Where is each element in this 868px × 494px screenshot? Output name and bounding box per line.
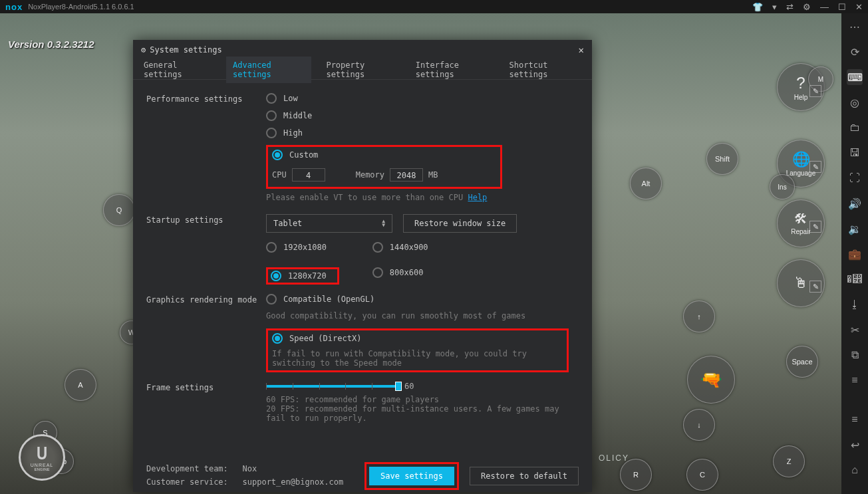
- close-icon[interactable]: ✕: [855, 2, 863, 12]
- restore-default-button[interactable]: Restore to default: [470, 467, 579, 485]
- radio-speed[interactable]: [272, 333, 283, 344]
- fps-value: 60: [404, 382, 414, 391]
- vt-hint: Please enable VT to use more than one CP…: [266, 193, 468, 202]
- device-select[interactable]: Tablet ▲▼: [266, 214, 392, 233]
- maximize-icon[interactable]: ☐: [838, 2, 846, 12]
- fps-slider[interactable]: [266, 385, 399, 388]
- gear-icon: [141, 45, 146, 55]
- settings-tabs: General settings Advanced settings Prope…: [133, 60, 592, 80]
- edit-repair-icon[interactable]: ✎: [809, 221, 821, 233]
- fps-hint-2: 20 FPS: recommended for multi-instance u…: [266, 404, 579, 423]
- tab-interface[interactable]: Interface settings: [413, 57, 495, 83]
- recents-icon[interactable]: ≡: [847, 412, 863, 428]
- radio-compat[interactable]: [266, 294, 277, 305]
- save-button[interactable]: Save settings: [369, 467, 454, 485]
- tab-advanced[interactable]: Advanced settings: [226, 57, 311, 83]
- key-space[interactable]: Space: [786, 346, 818, 378]
- tab-property[interactable]: Property settings: [323, 57, 400, 83]
- radio-custom-label: Custom: [289, 150, 318, 160]
- menu-icon[interactable]: ≡: [847, 372, 863, 388]
- scissors-icon[interactable]: ✂: [847, 322, 863, 338]
- policy-text: OLICY: [599, 453, 629, 463]
- team-value: Nox: [243, 464, 257, 473]
- compat-hint: Good compatibility, you can run smoothly…: [266, 311, 579, 320]
- speed-hint: If fail to run with Compatibility mode, …: [272, 349, 563, 368]
- radio-custom[interactable]: [272, 150, 283, 160]
- download-icon[interactable]: ⭳: [847, 297, 863, 312]
- dialog-footer: Development team: Nox Customer service: …: [133, 459, 592, 492]
- radio-middle[interactable]: [266, 110, 277, 121]
- tab-general[interactable]: General settings: [141, 57, 214, 83]
- system-settings-dialog: System settings ✕ General settings Advan…: [133, 40, 592, 492]
- emulator-viewport: Version 0.3.2.3212 Q W A S Tab U UNREAL …: [0, 13, 841, 494]
- rotate-icon[interactable]: ⟳: [847, 44, 863, 60]
- radio-low-label: Low: [283, 94, 298, 103]
- gun-action[interactable]: 🔫: [687, 356, 735, 404]
- briefcase-icon[interactable]: 💼: [847, 246, 863, 262]
- radio-1440[interactable]: [372, 242, 383, 253]
- radio-low[interactable]: [266, 93, 277, 104]
- team-label: Development team:: [146, 464, 228, 473]
- edit-mouse-icon[interactable]: ✎: [809, 281, 821, 293]
- edit-lang-icon[interactable]: ✎: [809, 161, 821, 173]
- app-logo: nox: [5, 2, 23, 12]
- volume-down-icon[interactable]: 🔉: [847, 221, 863, 237]
- unreal-logo: U UNREAL ENGINE: [19, 434, 65, 481]
- key-z[interactable]: Z: [773, 445, 805, 477]
- dialog-close-button[interactable]: ✕: [579, 45, 584, 55]
- key-ins[interactable]: Ins: [770, 174, 795, 199]
- cpu-input[interactable]: 4: [292, 168, 325, 182]
- radio-compat-label: Compatible (OpenGL): [283, 295, 374, 304]
- key-a[interactable]: A: [65, 369, 96, 401]
- minimize-icon[interactable]: —: [820, 2, 829, 12]
- radio-800[interactable]: [372, 267, 383, 278]
- sync-icon[interactable]: ⇄: [786, 2, 794, 12]
- home-icon[interactable]: ⌂: [847, 462, 863, 478]
- game-version: Version 0.3.2.3212: [8, 39, 94, 50]
- radio-1920-label: 1920x1080: [283, 243, 327, 252]
- key-alt[interactable]: Alt: [630, 168, 662, 199]
- edit-help-icon[interactable]: ✎: [809, 85, 821, 97]
- service-value: support_en@bignox.com: [243, 477, 344, 487]
- save-icon[interactable]: 🖫: [847, 145, 863, 161]
- startup-label: Startup settings: [146, 214, 266, 225]
- key-arrow-down[interactable]: ↓: [683, 409, 715, 441]
- radio-1280[interactable]: [271, 271, 281, 281]
- key-c[interactable]: C: [686, 459, 718, 491]
- chevron-down-icon[interactable]: ▾: [772, 2, 777, 12]
- apk-icon[interactable]: �⵾: [847, 271, 863, 287]
- more-icon[interactable]: ⋯: [847, 19, 863, 35]
- cpu-label: CPU: [272, 170, 287, 180]
- radio-1920[interactable]: [266, 242, 277, 253]
- dialog-title: System settings: [150, 45, 221, 55]
- tab-shortcut[interactable]: Shortcut settings: [507, 57, 584, 83]
- key-r[interactable]: R: [620, 459, 652, 491]
- vt-help-link[interactable]: Help: [468, 193, 487, 202]
- multi-window-icon[interactable]: ⧉: [847, 347, 863, 363]
- memory-label: Memory: [356, 170, 384, 180]
- folder-icon[interactable]: 🗀: [847, 120, 863, 136]
- gear-icon[interactable]: ⚙: [803, 2, 811, 12]
- radio-high[interactable]: [266, 128, 277, 138]
- key-q[interactable]: Q: [103, 194, 135, 226]
- radio-1280-label: 1280x720: [288, 271, 327, 281]
- chevron-updown-icon: ▲▼: [382, 219, 385, 227]
- app-title: NoxPlayer8-Android5.1.1 6.0.6.1: [28, 3, 752, 11]
- tshirt-icon[interactable]: 👕: [752, 2, 763, 12]
- keyboard-icon[interactable]: ⌨: [847, 69, 863, 85]
- right-sidebar: ⋯ ⟳ ⌨ ◎ 🗀 🖫 ⛶ 🔊 🔉 💼 �⵾ ⭳ ✂ ⧉ ≡ ≡ ↩ ⌂: [841, 13, 868, 494]
- window-controls: 👕 ▾ ⇄ ⚙ — ☐ ✕: [752, 2, 863, 12]
- graphics-label: Graphics rendering mode: [146, 294, 266, 305]
- fullscreen-icon[interactable]: ⛶: [847, 170, 863, 186]
- memory-unit: MB: [428, 170, 438, 180]
- key-arrow-up[interactable]: ↑: [683, 301, 715, 332]
- volume-up-icon[interactable]: 🔊: [847, 195, 863, 211]
- back-icon[interactable]: ↩: [847, 437, 863, 453]
- restore-window-button[interactable]: Restore window size: [403, 214, 517, 233]
- radio-speed-label: Speed (DirectX): [289, 334, 361, 343]
- memory-input[interactable]: 2048: [390, 168, 423, 182]
- device-select-value: Tablet: [273, 219, 302, 228]
- key-shift[interactable]: Shift: [706, 143, 738, 175]
- location-icon[interactable]: ◎: [847, 94, 863, 110]
- radio-1440-label: 1440x900: [390, 243, 428, 252]
